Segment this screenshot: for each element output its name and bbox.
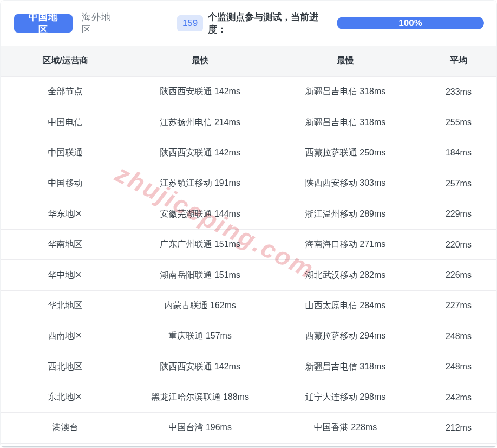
- cell-slowest: 陕西西安移动 303ms: [270, 178, 421, 189]
- cell-region: 西北地区: [1, 361, 130, 373]
- tab-overseas-region[interactable]: 海外地区: [82, 11, 121, 36]
- cell-avg: 220ms: [421, 240, 496, 250]
- header-region-carrier: 区域/运营商: [1, 55, 130, 67]
- cell-region: 港澳台: [1, 422, 130, 433]
- cell-region: 中国电信: [1, 117, 130, 128]
- cell-avg: 242ms: [421, 393, 496, 402]
- table-row: 华南地区广东广州联通 151ms海南海口移动 271ms220ms: [1, 230, 496, 260]
- cell-fastest: 安徽芜湖联通 144ms: [130, 209, 270, 220]
- cell-region: 东北地区: [1, 392, 130, 403]
- progress-bar-fill: 100%: [337, 17, 484, 29]
- header-slowest: 最慢: [270, 55, 421, 67]
- topbar: 中国地区 海外地区 159 个监测点参与测试，当前进度： 100%: [1, 1, 496, 46]
- cell-avg: 226ms: [421, 270, 496, 280]
- monitor-count-badge: 159: [177, 15, 203, 31]
- cell-avg: 257ms: [421, 179, 496, 189]
- cell-slowest: 山西太原电信 284ms: [270, 300, 421, 311]
- cell-fastest: 陕西西安联通 142ms: [130, 86, 270, 98]
- cell-slowest: 海南海口移动 271ms: [270, 239, 421, 250]
- header-average: 平均: [421, 55, 496, 67]
- table-row: 中国移动江苏镇江移动 191ms陕西西安移动 303ms257ms: [1, 168, 496, 199]
- cell-avg: 248ms: [421, 362, 496, 372]
- table-row: 港澳台中国台湾 196ms中国香港 228ms212ms: [1, 413, 496, 443]
- cell-fastest: 内蒙古联通 162ms: [130, 300, 270, 311]
- cell-fastest: 湖南岳阳联通 151ms: [130, 270, 270, 281]
- table-row: 华北地区内蒙古联通 162ms山西太原电信 284ms227ms: [1, 291, 496, 321]
- table-row: 西南地区重庆联通 157ms西藏拉萨移动 294ms248ms: [1, 321, 496, 352]
- table-header-row: 区域/运营商 最快 最慢 平均: [1, 46, 496, 77]
- cell-slowest: 辽宁大连移动 298ms: [270, 392, 421, 403]
- tab-china-region[interactable]: 中国地区: [14, 14, 73, 33]
- monitor-status-text: 个监测点参与测试，当前进度：: [208, 11, 337, 36]
- cell-fastest: 中国台湾 196ms: [130, 422, 270, 433]
- cell-fastest: 广东广州联通 151ms: [130, 239, 270, 250]
- cell-slowest: 中国香港 228ms: [270, 422, 421, 433]
- cell-avg: 229ms: [421, 209, 496, 219]
- cell-fastest: 陕西西安联通 142ms: [130, 147, 270, 159]
- cell-region: 中国移动: [1, 178, 130, 189]
- cell-fastest: 陕西西安联通 142ms: [130, 361, 270, 373]
- cell-slowest: 浙江温州移动 289ms: [270, 209, 421, 220]
- latency-test-panel: 中国地区 海外地区 159 个监测点参与测试，当前进度： 100% 区域/运营商…: [0, 0, 497, 448]
- table-row: 华东地区安徽芜湖联通 144ms浙江温州移动 289ms229ms: [1, 199, 496, 230]
- cell-fastest: 黑龙江哈尔滨联通 188ms: [130, 392, 270, 403]
- cell-region: 华南地区: [1, 239, 130, 250]
- cell-region: 华中地区: [1, 270, 130, 281]
- table-body: 全部节点陕西西安联通 142ms新疆昌吉电信 318ms233ms中国电信江苏扬…: [1, 77, 496, 444]
- cell-slowest: 湖北武汉移动 282ms: [270, 270, 421, 281]
- cell-slowest: 新疆昌吉电信 318ms: [270, 361, 421, 373]
- cell-region: 华东地区: [1, 209, 130, 220]
- table-row: 全部节点陕西西安联通 142ms新疆昌吉电信 318ms233ms: [1, 77, 496, 107]
- cell-avg: 233ms: [421, 87, 496, 97]
- cell-avg: 227ms: [421, 301, 496, 310]
- cell-avg: 212ms: [421, 423, 496, 433]
- progress-bar: 100%: [337, 17, 484, 29]
- table-row: 中国电信江苏扬州电信 214ms新疆昌吉电信 318ms255ms: [1, 107, 496, 138]
- cell-region: 西南地区: [1, 330, 130, 342]
- table-row: 东北地区黑龙江哈尔滨联通 188ms辽宁大连移动 298ms242ms: [1, 382, 496, 413]
- header-fastest: 最快: [130, 55, 270, 67]
- table-row: 中国联通陕西西安联通 142ms西藏拉萨联通 250ms184ms: [1, 138, 496, 168]
- cell-slowest: 新疆昌吉电信 318ms: [270, 117, 421, 128]
- bottom-divider: [1, 446, 496, 447]
- table-row: 西北地区陕西西安联通 142ms新疆昌吉电信 318ms248ms: [1, 352, 496, 382]
- cell-fastest: 江苏镇江移动 191ms: [130, 178, 270, 189]
- cell-avg: 255ms: [421, 118, 496, 127]
- cell-fastest: 江苏扬州电信 214ms: [130, 117, 270, 128]
- cell-avg: 184ms: [421, 148, 496, 158]
- cell-slowest: 西藏拉萨联通 250ms: [270, 147, 421, 159]
- cell-avg: 248ms: [421, 332, 496, 341]
- cell-region: 华北地区: [1, 300, 130, 311]
- cell-fastest: 重庆联通 157ms: [130, 330, 270, 342]
- cell-region: 全部节点: [1, 86, 130, 98]
- cell-region: 中国联通: [1, 147, 130, 159]
- cell-slowest: 西藏拉萨移动 294ms: [270, 330, 421, 342]
- cell-slowest: 新疆昌吉电信 318ms: [270, 86, 421, 98]
- table-row: 华中地区湖南岳阳联通 151ms湖北武汉移动 282ms226ms: [1, 260, 496, 290]
